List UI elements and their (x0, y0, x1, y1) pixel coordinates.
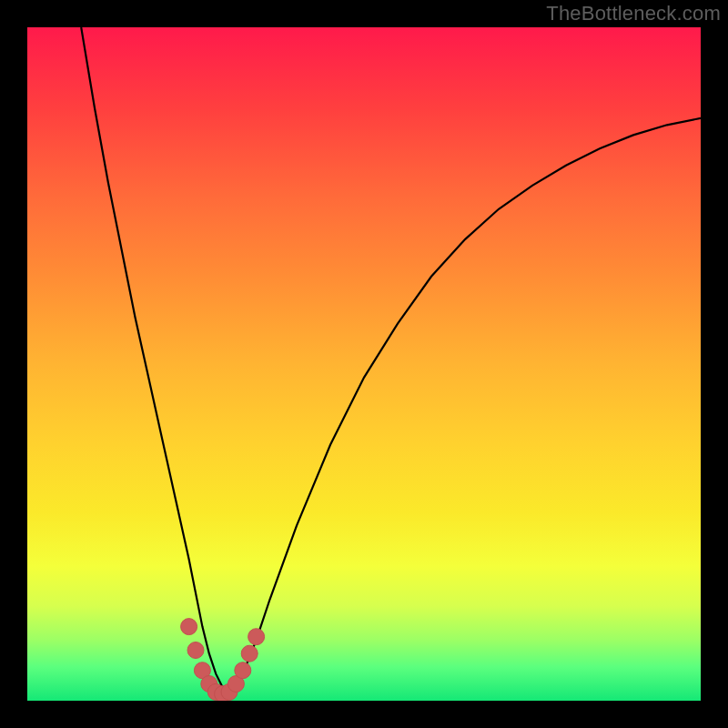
minimum-marker (248, 629, 265, 645)
minimum-marker (181, 619, 197, 635)
minimum-marker-group (181, 619, 265, 701)
chart-frame: TheBottleneck.com (0, 0, 728, 728)
minimum-marker (241, 645, 258, 662)
watermark-text: TheBottleneck.com (546, 2, 721, 25)
plot-area (27, 27, 701, 701)
bottleneck-curve-path (81, 27, 701, 693)
minimum-marker (187, 642, 204, 659)
bottleneck-curve-svg (27, 27, 701, 701)
minimum-marker (235, 662, 251, 679)
